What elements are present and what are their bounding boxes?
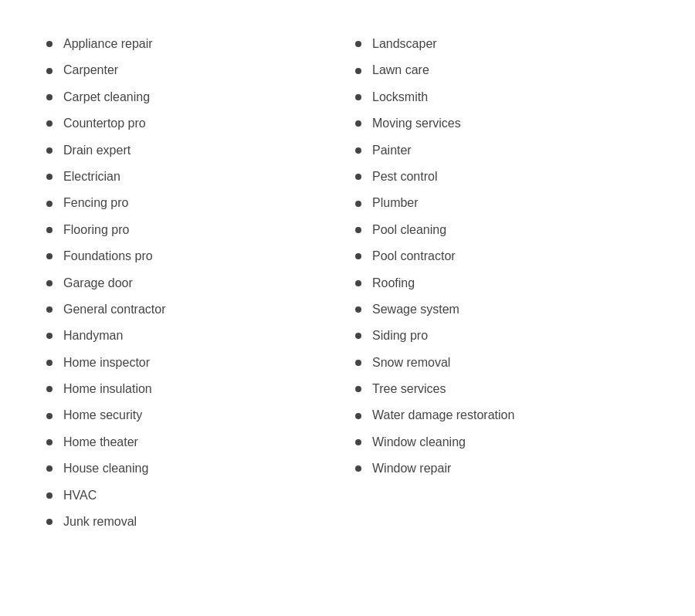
list-item: Pest control [355, 164, 649, 190]
list-item-label: Carpet cleaning [63, 89, 150, 106]
bullet-icon [355, 306, 361, 313]
list-item: Lawn care [355, 57, 649, 83]
list-item-label: Window repair [372, 460, 451, 477]
bullet-icon [46, 465, 53, 472]
list-item-label: Pool cleaning [372, 222, 446, 239]
bullet-icon [46, 492, 53, 499]
bullet-icon [46, 227, 53, 233]
bullet-icon [46, 333, 53, 339]
list-item-label: Landscaper [372, 36, 437, 52]
list-item-label: Drain expert [63, 142, 131, 159]
bullet-icon [355, 413, 361, 419]
list-item-label: HVAC [63, 487, 97, 504]
bullet-icon [355, 68, 361, 74]
bullet-icon [46, 253, 53, 259]
list-item: Countertop pro [46, 110, 340, 137]
list-item-label: Home theater [63, 434, 138, 451]
list-item-label: Carpenter [63, 62, 118, 79]
list-item-label: Painter [372, 142, 412, 159]
list-item-label: Home inspector [63, 354, 150, 371]
list-item-label: Pest control [372, 168, 437, 185]
bullet-icon [46, 280, 53, 286]
bullet-icon [46, 68, 53, 74]
list-item-label: Garage door [63, 275, 133, 292]
list-item: Electrician [46, 164, 340, 190]
list-item-label: Fencing pro [63, 195, 129, 212]
list-item: Foundations pro [46, 243, 340, 269]
list-item: Appliance repair [46, 31, 340, 57]
bullet-icon [355, 147, 361, 154]
list-item: Plumber [355, 190, 649, 216]
bullet-icon [46, 386, 53, 392]
list-item-label: Window cleaning [372, 434, 466, 451]
bullet-icon [355, 94, 361, 100]
list-item-label: Home insulation [63, 381, 152, 398]
list-item-label: Plumber [372, 195, 419, 212]
bullet-icon [355, 439, 361, 445]
bullet-icon [355, 465, 361, 472]
bullet-icon [355, 120, 361, 127]
bullet-icon [355, 201, 361, 207]
bullet-icon [355, 333, 361, 339]
list-item-label: Junk removal [63, 513, 137, 530]
list-item-label: Roofing [372, 275, 415, 292]
list-item: Roofing [355, 270, 649, 296]
bullet-icon [46, 360, 53, 366]
services-list-container: Appliance repairCarpenterCarpet cleaning… [39, 31, 656, 535]
list-column-right: LandscaperLawn careLocksmithMoving servi… [348, 31, 656, 535]
list-item: HVAC [46, 482, 340, 509]
bullet-icon [355, 386, 361, 392]
list-item-label: Electrician [63, 168, 120, 185]
list-item: Handyman [46, 323, 340, 349]
list-item-label: Handyman [63, 327, 123, 344]
list-item-label: House cleaning [63, 460, 148, 477]
bullet-icon [355, 253, 361, 259]
list-item-label: Pool contractor [372, 248, 456, 265]
list-item: Flooring pro [46, 217, 340, 243]
bullet-icon [355, 360, 361, 366]
bullet-icon [355, 174, 361, 180]
bullet-icon [46, 120, 53, 127]
list-item: Sewage system [355, 296, 649, 323]
bullet-icon [355, 41, 361, 47]
list-item: Painter [355, 137, 649, 164]
list-item: Pool cleaning [355, 217, 649, 243]
bullet-icon [46, 201, 53, 207]
list-item-label: Snow removal [372, 354, 450, 371]
bullet-icon [355, 280, 361, 286]
list-item: Moving services [355, 110, 649, 137]
list-right: LandscaperLawn careLocksmithMoving servi… [355, 31, 649, 482]
list-item: Window cleaning [355, 429, 649, 455]
list-item: Home insulation [46, 376, 340, 402]
bullet-icon [46, 94, 53, 100]
list-item-label: Home security [63, 407, 142, 424]
list-item-label: Water damage restoration [372, 407, 514, 424]
bullet-icon [46, 306, 53, 313]
list-item: Snow removal [355, 350, 649, 376]
list-item: Window repair [355, 455, 649, 482]
list-item-label: Moving services [372, 115, 461, 132]
list-item-label: Lawn care [372, 62, 429, 79]
list-item: Garage door [46, 270, 340, 296]
bullet-icon [46, 174, 53, 180]
list-item: Fencing pro [46, 190, 340, 216]
list-item-label: Appliance repair [63, 36, 153, 52]
list-left: Appliance repairCarpenterCarpet cleaning… [46, 31, 340, 535]
bullet-icon [46, 439, 53, 445]
list-item: Junk removal [46, 509, 340, 535]
list-item: Locksmith [355, 84, 649, 110]
list-item: Home inspector [46, 350, 340, 376]
list-item-label: Siding pro [372, 327, 428, 344]
list-item: Water damage restoration [355, 402, 649, 428]
bullet-icon [355, 227, 361, 233]
list-item-label: Tree services [372, 381, 446, 398]
list-item: Drain expert [46, 137, 340, 164]
list-item: Home security [46, 402, 340, 428]
list-item: Landscaper [355, 31, 649, 57]
list-item: Carpenter [46, 57, 340, 83]
bullet-icon [46, 41, 53, 47]
list-item: House cleaning [46, 455, 340, 482]
list-item: Siding pro [355, 323, 649, 349]
list-item: General contractor [46, 296, 340, 323]
list-column-left: Appliance repairCarpenterCarpet cleaning… [39, 31, 348, 535]
